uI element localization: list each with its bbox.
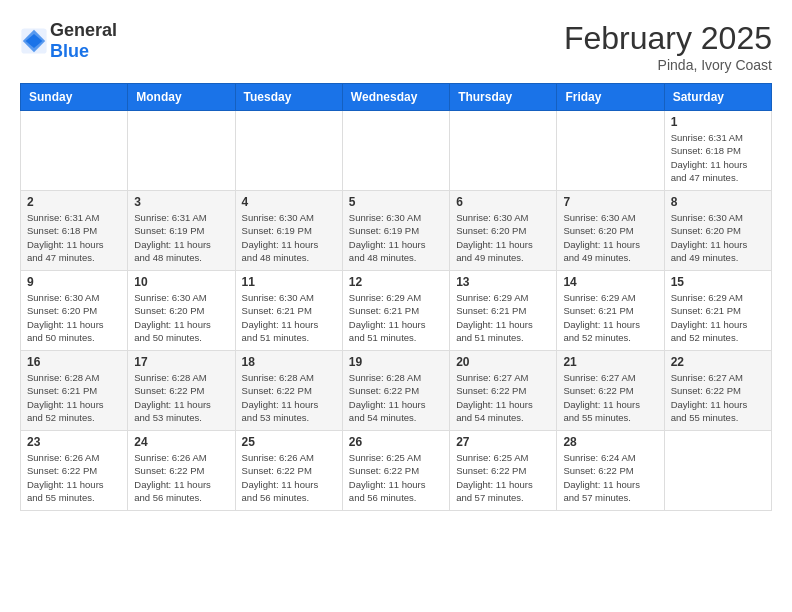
calendar-cell <box>342 111 449 191</box>
calendar-cell: 14Sunrise: 6:29 AM Sunset: 6:21 PM Dayli… <box>557 271 664 351</box>
month-title: February 2025 <box>564 20 772 57</box>
calendar-cell: 10Sunrise: 6:30 AM Sunset: 6:20 PM Dayli… <box>128 271 235 351</box>
day-number: 3 <box>134 195 228 209</box>
calendar-cell: 13Sunrise: 6:29 AM Sunset: 6:21 PM Dayli… <box>450 271 557 351</box>
day-info: Sunrise: 6:29 AM Sunset: 6:21 PM Dayligh… <box>456 291 550 344</box>
day-number: 19 <box>349 355 443 369</box>
day-info: Sunrise: 6:31 AM Sunset: 6:18 PM Dayligh… <box>671 131 765 184</box>
day-info: Sunrise: 6:27 AM Sunset: 6:22 PM Dayligh… <box>456 371 550 424</box>
calendar-cell <box>664 431 771 511</box>
day-number: 2 <box>27 195 121 209</box>
day-number: 15 <box>671 275 765 289</box>
calendar-cell: 9Sunrise: 6:30 AM Sunset: 6:20 PM Daylig… <box>21 271 128 351</box>
calendar-cell <box>450 111 557 191</box>
calendar-cell: 1Sunrise: 6:31 AM Sunset: 6:18 PM Daylig… <box>664 111 771 191</box>
logo-blue: Blue <box>50 41 89 61</box>
day-number: 12 <box>349 275 443 289</box>
day-number: 17 <box>134 355 228 369</box>
day-info: Sunrise: 6:31 AM Sunset: 6:18 PM Dayligh… <box>27 211 121 264</box>
day-number: 4 <box>242 195 336 209</box>
weekday-header: Saturday <box>664 84 771 111</box>
day-number: 14 <box>563 275 657 289</box>
calendar-cell: 3Sunrise: 6:31 AM Sunset: 6:19 PM Daylig… <box>128 191 235 271</box>
day-number: 27 <box>456 435 550 449</box>
day-number: 1 <box>671 115 765 129</box>
day-info: Sunrise: 6:28 AM Sunset: 6:22 PM Dayligh… <box>349 371 443 424</box>
calendar-cell: 16Sunrise: 6:28 AM Sunset: 6:21 PM Dayli… <box>21 351 128 431</box>
weekday-header: Friday <box>557 84 664 111</box>
day-number: 8 <box>671 195 765 209</box>
day-number: 7 <box>563 195 657 209</box>
logo-general: General <box>50 20 117 40</box>
calendar-cell <box>21 111 128 191</box>
day-number: 9 <box>27 275 121 289</box>
calendar-cell: 18Sunrise: 6:28 AM Sunset: 6:22 PM Dayli… <box>235 351 342 431</box>
day-info: Sunrise: 6:26 AM Sunset: 6:22 PM Dayligh… <box>242 451 336 504</box>
weekday-header: Wednesday <box>342 84 449 111</box>
day-info: Sunrise: 6:25 AM Sunset: 6:22 PM Dayligh… <box>456 451 550 504</box>
day-number: 22 <box>671 355 765 369</box>
calendar-cell: 17Sunrise: 6:28 AM Sunset: 6:22 PM Dayli… <box>128 351 235 431</box>
day-number: 28 <box>563 435 657 449</box>
day-info: Sunrise: 6:30 AM Sunset: 6:20 PM Dayligh… <box>134 291 228 344</box>
day-info: Sunrise: 6:27 AM Sunset: 6:22 PM Dayligh… <box>671 371 765 424</box>
day-number: 24 <box>134 435 228 449</box>
day-info: Sunrise: 6:30 AM Sunset: 6:20 PM Dayligh… <box>671 211 765 264</box>
day-number: 20 <box>456 355 550 369</box>
day-info: Sunrise: 6:29 AM Sunset: 6:21 PM Dayligh… <box>671 291 765 344</box>
day-number: 11 <box>242 275 336 289</box>
calendar-cell <box>128 111 235 191</box>
day-number: 18 <box>242 355 336 369</box>
logo: General Blue <box>20 20 117 62</box>
day-info: Sunrise: 6:26 AM Sunset: 6:22 PM Dayligh… <box>134 451 228 504</box>
day-info: Sunrise: 6:30 AM Sunset: 6:20 PM Dayligh… <box>27 291 121 344</box>
calendar-cell: 21Sunrise: 6:27 AM Sunset: 6:22 PM Dayli… <box>557 351 664 431</box>
calendar-cell: 26Sunrise: 6:25 AM Sunset: 6:22 PM Dayli… <box>342 431 449 511</box>
weekday-header: Thursday <box>450 84 557 111</box>
day-info: Sunrise: 6:24 AM Sunset: 6:22 PM Dayligh… <box>563 451 657 504</box>
calendar-cell: 12Sunrise: 6:29 AM Sunset: 6:21 PM Dayli… <box>342 271 449 351</box>
day-info: Sunrise: 6:31 AM Sunset: 6:19 PM Dayligh… <box>134 211 228 264</box>
day-info: Sunrise: 6:28 AM Sunset: 6:21 PM Dayligh… <box>27 371 121 424</box>
logo-icon <box>20 27 48 55</box>
calendar-cell: 5Sunrise: 6:30 AM Sunset: 6:19 PM Daylig… <box>342 191 449 271</box>
calendar-cell: 19Sunrise: 6:28 AM Sunset: 6:22 PM Dayli… <box>342 351 449 431</box>
calendar-cell: 6Sunrise: 6:30 AM Sunset: 6:20 PM Daylig… <box>450 191 557 271</box>
day-info: Sunrise: 6:30 AM Sunset: 6:19 PM Dayligh… <box>242 211 336 264</box>
calendar-cell: 8Sunrise: 6:30 AM Sunset: 6:20 PM Daylig… <box>664 191 771 271</box>
weekday-header: Sunday <box>21 84 128 111</box>
day-number: 6 <box>456 195 550 209</box>
calendar-cell: 20Sunrise: 6:27 AM Sunset: 6:22 PM Dayli… <box>450 351 557 431</box>
day-info: Sunrise: 6:29 AM Sunset: 6:21 PM Dayligh… <box>563 291 657 344</box>
weekday-header: Monday <box>128 84 235 111</box>
day-number: 13 <box>456 275 550 289</box>
title-section: February 2025 Pinda, Ivory Coast <box>564 20 772 73</box>
calendar-cell <box>557 111 664 191</box>
calendar-cell: 4Sunrise: 6:30 AM Sunset: 6:19 PM Daylig… <box>235 191 342 271</box>
day-number: 16 <box>27 355 121 369</box>
day-info: Sunrise: 6:30 AM Sunset: 6:20 PM Dayligh… <box>563 211 657 264</box>
location: Pinda, Ivory Coast <box>564 57 772 73</box>
day-info: Sunrise: 6:28 AM Sunset: 6:22 PM Dayligh… <box>134 371 228 424</box>
calendar-cell: 7Sunrise: 6:30 AM Sunset: 6:20 PM Daylig… <box>557 191 664 271</box>
day-number: 10 <box>134 275 228 289</box>
page-header: General Blue February 2025 Pinda, Ivory … <box>20 20 772 73</box>
calendar-cell: 24Sunrise: 6:26 AM Sunset: 6:22 PM Dayli… <box>128 431 235 511</box>
day-number: 23 <box>27 435 121 449</box>
day-number: 5 <box>349 195 443 209</box>
day-info: Sunrise: 6:29 AM Sunset: 6:21 PM Dayligh… <box>349 291 443 344</box>
calendar-cell <box>235 111 342 191</box>
day-info: Sunrise: 6:28 AM Sunset: 6:22 PM Dayligh… <box>242 371 336 424</box>
day-info: Sunrise: 6:27 AM Sunset: 6:22 PM Dayligh… <box>563 371 657 424</box>
calendar-cell: 11Sunrise: 6:30 AM Sunset: 6:21 PM Dayli… <box>235 271 342 351</box>
day-info: Sunrise: 6:30 AM Sunset: 6:20 PM Dayligh… <box>456 211 550 264</box>
calendar-cell: 28Sunrise: 6:24 AM Sunset: 6:22 PM Dayli… <box>557 431 664 511</box>
day-number: 21 <box>563 355 657 369</box>
day-info: Sunrise: 6:25 AM Sunset: 6:22 PM Dayligh… <box>349 451 443 504</box>
calendar-cell: 25Sunrise: 6:26 AM Sunset: 6:22 PM Dayli… <box>235 431 342 511</box>
calendar-cell: 2Sunrise: 6:31 AM Sunset: 6:18 PM Daylig… <box>21 191 128 271</box>
day-info: Sunrise: 6:30 AM Sunset: 6:21 PM Dayligh… <box>242 291 336 344</box>
calendar-cell: 23Sunrise: 6:26 AM Sunset: 6:22 PM Dayli… <box>21 431 128 511</box>
day-number: 26 <box>349 435 443 449</box>
calendar-table: SundayMondayTuesdayWednesdayThursdayFrid… <box>20 83 772 511</box>
